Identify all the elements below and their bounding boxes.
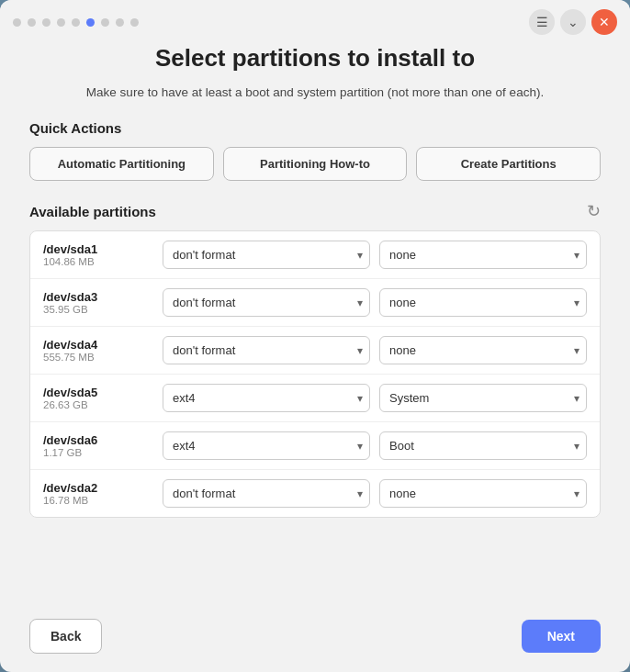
partition-name: /dev/sda5 — [43, 386, 153, 399]
format-select-3[interactable]: don't formatext4ext3ext2fat32btrfsxfs — [163, 384, 370, 412]
quick-actions-label: Quick Actions — [29, 120, 601, 136]
step-dot-7[interactable] — [116, 18, 124, 27]
menu-button[interactable]: ☰ — [529, 9, 555, 35]
step-dot-5[interactable] — [86, 18, 95, 27]
available-partitions-label: Available partitions — [29, 204, 156, 219]
format-select-1[interactable]: don't formatext4ext3ext2fat32btrfsxfs — [163, 288, 370, 317]
role-wrapper-5: noneSystemBootHomeSwap▾ — [379, 479, 587, 508]
role-select-3[interactable]: noneSystemBootHomeSwap — [379, 384, 587, 412]
role-wrapper-3: noneSystemBootHomeSwap▾ — [379, 384, 587, 412]
next-button[interactable]: Next — [522, 620, 601, 653]
partition-row: /dev/sda1104.86 MBdon't formatext4ext3ex… — [30, 231, 600, 279]
role-select-5[interactable]: noneSystemBootHomeSwap — [379, 479, 587, 508]
partition-name: /dev/sda1 — [43, 242, 153, 256]
titlebar-actions: ☰ ⌄ ✕ — [529, 9, 617, 35]
main-window: ☰ ⌄ ✕ Select partitions to install to Ma… — [0, 0, 630, 672]
partition-size: 1.17 GB — [43, 447, 153, 458]
format-wrapper-5: don't formatext4ext3ext2fat32btrfsxfs▾ — [163, 479, 370, 508]
back-button[interactable]: Back — [29, 619, 102, 654]
step-dot-2[interactable] — [42, 18, 51, 27]
partition-row: /dev/sda4555.75 MBdon't formatext4ext3ex… — [30, 327, 600, 375]
step-dot-0[interactable] — [13, 18, 21, 27]
partition-size: 35.95 GB — [43, 304, 153, 315]
partition-info-2: /dev/sda4555.75 MB — [43, 338, 153, 363]
partition-name: /dev/sda4 — [43, 338, 153, 352]
format-wrapper-4: don't formatext4ext3ext2fat32btrfsxfs▾ — [163, 431, 370, 460]
format-select-4[interactable]: don't formatext4ext3ext2fat32btrfsxfs — [163, 431, 370, 460]
role-select-1[interactable]: noneSystemBootHomeSwap — [379, 288, 587, 317]
format-select-5[interactable]: don't formatext4ext3ext2fat32btrfsxfs — [163, 479, 370, 508]
step-dot-4[interactable] — [72, 18, 80, 27]
format-wrapper-2: don't formatext4ext3ext2fat32btrfsxfs▾ — [163, 336, 370, 364]
main-content: Select partitions to install to Make sur… — [0, 40, 630, 606]
partition-info-3: /dev/sda526.63 GB — [43, 386, 153, 410]
role-wrapper-4: noneSystemBootHomeSwap▾ — [379, 431, 587, 460]
page-title: Select partitions to install to — [29, 44, 601, 73]
partition-info-0: /dev/sda1104.86 MB — [43, 242, 153, 267]
step-dots — [13, 18, 139, 27]
format-wrapper-1: don't formatext4ext3ext2fat32btrfsxfs▾ — [163, 288, 370, 317]
page-subtitle: Make sure to have at least a boot and sy… — [29, 84, 601, 102]
minimize-button[interactable]: ⌄ — [560, 9, 586, 35]
partition-size: 26.63 GB — [43, 399, 153, 410]
partition-row: /dev/sda526.63 GBdon't formatext4ext3ext… — [30, 375, 600, 422]
refresh-icon[interactable]: ↻ — [587, 201, 601, 221]
footer: Back Next — [0, 606, 630, 672]
partition-size: 16.78 MB — [43, 495, 153, 506]
role-select-0[interactable]: noneSystemBootHomeSwap — [379, 241, 587, 269]
partition-size: 104.86 MB — [43, 256, 153, 267]
partitions-list: /dev/sda1104.86 MBdon't formatext4ext3ex… — [29, 230, 601, 518]
role-select-4[interactable]: noneSystemBootHomeSwap — [379, 431, 587, 460]
partition-row: /dev/sda335.95 GBdon't formatext4ext3ext… — [30, 279, 600, 327]
partition-size: 555.75 MB — [43, 352, 153, 363]
format-select-2[interactable]: don't formatext4ext3ext2fat32btrfsxfs — [163, 336, 370, 364]
quick-action-button-2[interactable]: Create Partitions — [416, 147, 601, 181]
quick-action-button-1[interactable]: Partitioning How-to — [223, 147, 408, 181]
step-dot-6[interactable] — [101, 18, 109, 27]
quick-actions-row: Automatic PartitioningPartitioning How-t… — [29, 147, 601, 181]
format-wrapper-3: don't formatext4ext3ext2fat32btrfsxfs▾ — [163, 384, 370, 412]
titlebar: ☰ ⌄ ✕ — [0, 0, 630, 40]
partition-row: /dev/sda61.17 GBdon't formatext4ext3ext2… — [30, 422, 600, 470]
quick-action-button-0[interactable]: Automatic Partitioning — [29, 147, 214, 181]
partition-name: /dev/sda3 — [43, 290, 153, 304]
partition-info-4: /dev/sda61.17 GB — [43, 433, 153, 458]
partition-info-1: /dev/sda335.95 GB — [43, 290, 153, 315]
partition-name: /dev/sda2 — [43, 481, 153, 495]
step-dot-3[interactable] — [57, 18, 65, 27]
partition-info-5: /dev/sda216.78 MB — [43, 481, 153, 506]
role-select-2[interactable]: noneSystemBootHomeSwap — [379, 336, 587, 364]
role-wrapper-1: noneSystemBootHomeSwap▾ — [379, 288, 587, 317]
format-select-0[interactable]: don't formatext4ext3ext2fat32btrfsxfs — [163, 241, 370, 269]
step-dot-8[interactable] — [130, 18, 139, 27]
close-button[interactable]: ✕ — [591, 9, 617, 35]
available-header: Available partitions ↻ — [29, 201, 601, 221]
step-dot-1[interactable] — [28, 18, 36, 27]
partition-row: /dev/sda216.78 MBdon't formatext4ext3ext… — [30, 470, 600, 517]
format-wrapper-0: don't formatext4ext3ext2fat32btrfsxfs▾ — [163, 241, 370, 269]
role-wrapper-2: noneSystemBootHomeSwap▾ — [379, 336, 587, 364]
partition-name: /dev/sda6 — [43, 433, 153, 447]
role-wrapper-0: noneSystemBootHomeSwap▾ — [379, 241, 587, 269]
